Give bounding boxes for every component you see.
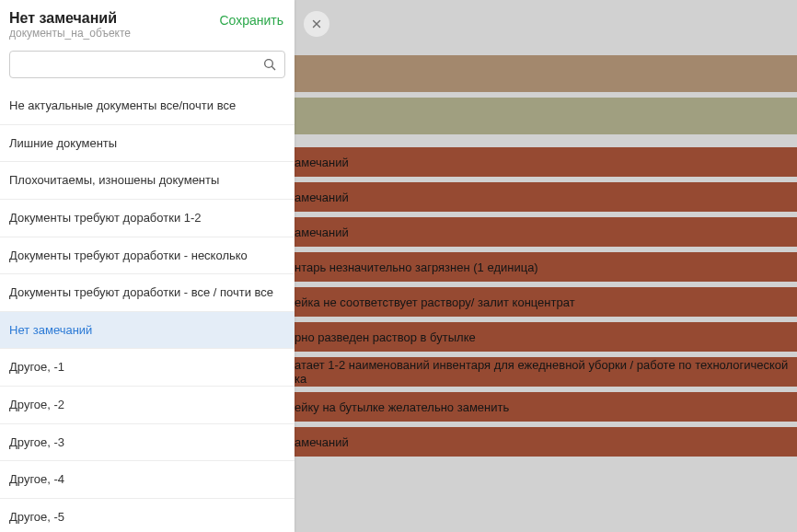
search-container	[0, 47, 295, 87]
list-item[interactable]: Не актуальные документы все/почти все	[0, 87, 295, 125]
svg-point-2	[265, 60, 273, 68]
list-item[interactable]: Лишние документы	[0, 125, 295, 163]
close-icon	[310, 17, 323, 30]
panel-subtitle: документы_на_объекте	[9, 27, 131, 40]
list-item[interactable]: Другое, -1	[0, 349, 295, 387]
list-item[interactable]: Другое, -2	[0, 387, 295, 424]
search-input[interactable]	[17, 58, 262, 72]
search-icon	[262, 57, 277, 72]
list-item[interactable]: Документы требуют доработки - все / почт…	[0, 274, 295, 312]
selection-panel: Нет замечаний документы_на_объекте Сохра…	[0, 0, 295, 532]
list-item[interactable]: Плохочитаемы, изношены документы	[0, 162, 295, 200]
list-item[interactable]: Другое, -5	[0, 499, 295, 532]
option-list[interactable]: Не актуальные документы все/почти всеЛиш…	[0, 87, 295, 532]
panel-title: Нет замечаний	[9, 9, 131, 27]
svg-line-3	[271, 67, 275, 71]
panel-header: Нет замечаний документы_на_объекте Сохра…	[0, 0, 295, 47]
search-box[interactable]	[9, 51, 285, 78]
close-button[interactable]	[304, 11, 329, 37]
list-item[interactable]: Документы требуют доработки 1-2	[0, 200, 295, 237]
list-item[interactable]: Документы требуют доработки - несколько	[0, 237, 295, 275]
list-item[interactable]: Другое, -4	[0, 461, 295, 499]
list-item[interactable]: Нет замечаний	[0, 312, 295, 350]
list-item[interactable]: Другое, -3	[0, 424, 295, 462]
save-button[interactable]: Сохранить	[219, 9, 283, 28]
